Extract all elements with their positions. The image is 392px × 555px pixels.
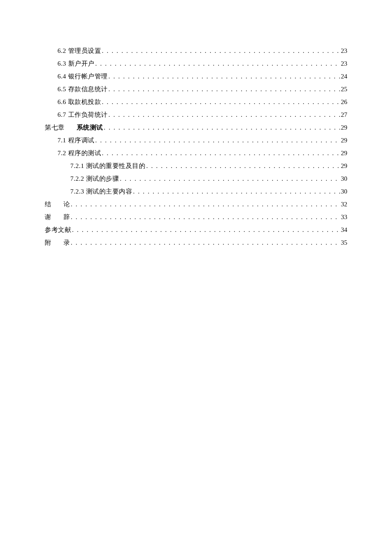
toc-entry-label: 第七章系统测试	[45, 124, 103, 132]
toc-entry: 参考文献34	[45, 226, 347, 239]
toc-entry-label: 6.7 工作负荷统计	[58, 111, 108, 119]
toc-entry-page: 30	[340, 188, 347, 195]
toc-entry-label: 7.2.3 测试的主要内容	[70, 188, 132, 196]
toc-entry-label: 6.6 取款机投款	[58, 98, 101, 106]
toc-leader-dots	[145, 162, 340, 170]
toc-label-char: 论	[63, 201, 70, 208]
toc-entry-label: 参考文献	[45, 226, 71, 234]
toc-entry: 7.2 程序的测试29	[45, 149, 347, 162]
toc-entry: 6.5 存款信息统计25	[45, 85, 347, 98]
toc-entry: 6.2 管理员设置23	[45, 47, 347, 60]
toc-entry: 6.3 新户开户23	[45, 60, 347, 72]
toc-leader-dots	[101, 47, 340, 55]
toc-entry-label: 6.3 新户开户	[58, 60, 95, 68]
toc-entry-label: 7.1 程序调试	[58, 136, 95, 145]
toc-entry: 7.2.2 测试的步骤30	[45, 175, 347, 188]
toc-entry-label: 6.4 银行帐户管理	[58, 72, 108, 81]
table-of-contents: 6.2 管理员设置236.3 新户开户236.4 银行帐户管理246.5 存款信…	[45, 47, 347, 251]
toc-entry: 谢辞33	[45, 213, 347, 226]
toc-leader-dots	[108, 111, 340, 119]
toc-entry: 6.4 银行帐户管理24	[45, 72, 347, 85]
toc-entry-label: 谢辞	[45, 213, 70, 221]
toc-label-char: 结	[45, 201, 52, 208]
toc-entry: 7.2.3 测试的主要内容30	[45, 188, 347, 200]
toc-entry-page: 29	[340, 150, 347, 157]
toc-leader-dots	[95, 137, 340, 144]
toc-entry-label: 6.5 存款信息统计	[58, 85, 108, 93]
toc-label-char: 附	[45, 239, 52, 246]
toc-leader-dots	[70, 239, 340, 246]
toc-entry-page: 32	[340, 201, 347, 208]
toc-entry-page: 27	[340, 111, 347, 119]
toc-leader-dots	[70, 214, 340, 221]
toc-chapter-number: 第七章	[45, 124, 65, 131]
toc-leader-dots	[132, 188, 340, 195]
toc-entry: 第七章系统测试29	[45, 124, 347, 136]
toc-leader-dots	[70, 201, 340, 208]
toc-entry-page: 26	[340, 98, 347, 106]
toc-leader-dots	[103, 124, 340, 131]
toc-leader-dots	[95, 60, 340, 67]
toc-chapter-title: 系统测试	[77, 124, 103, 131]
toc-entry-page: 30	[340, 175, 347, 182]
toc-entry-page: 23	[340, 60, 347, 67]
toc-entry: 6.7 工作负荷统计27	[45, 111, 347, 124]
toc-label-char: 谢	[45, 214, 52, 220]
toc-entry-label: 7.2.2 测试的步骤	[70, 175, 119, 183]
toc-leader-dots	[101, 150, 340, 157]
toc-entry: 结论32	[45, 200, 347, 213]
toc-entry-page: 29	[340, 162, 347, 170]
toc-leader-dots	[71, 226, 340, 234]
toc-entry-label: 7.2.1 测试的重要性及目的	[70, 162, 145, 170]
toc-entry-page: 29	[340, 124, 347, 131]
toc-entry-page: 34	[340, 226, 347, 234]
toc-entry-label: 结论	[45, 200, 70, 208]
toc-entry: 6.6 取款机投款26	[45, 98, 347, 111]
toc-entry-label: 附录	[45, 239, 70, 247]
toc-entry-page: 29	[340, 137, 347, 144]
toc-entry-label: 7.2 程序的测试	[58, 149, 101, 157]
toc-entry-page: 24	[340, 73, 347, 80]
toc-entry: 7.2.1 测试的重要性及目的29	[45, 162, 347, 175]
toc-leader-dots	[119, 175, 340, 182]
toc-label-char: 辞	[63, 214, 70, 220]
toc-leader-dots	[108, 73, 340, 80]
toc-entry-page: 25	[340, 86, 347, 93]
toc-entry-page: 33	[340, 214, 347, 221]
toc-entry-label: 6.2 管理员设置	[58, 47, 101, 55]
toc-leader-dots	[108, 86, 340, 93]
toc-entry-page: 35	[340, 239, 347, 246]
toc-entry: 7.1 程序调试29	[45, 136, 347, 149]
toc-entry: 附录35	[45, 239, 347, 251]
toc-entry-page: 23	[340, 47, 347, 55]
toc-label-char: 录	[63, 239, 70, 246]
toc-leader-dots	[101, 98, 340, 106]
